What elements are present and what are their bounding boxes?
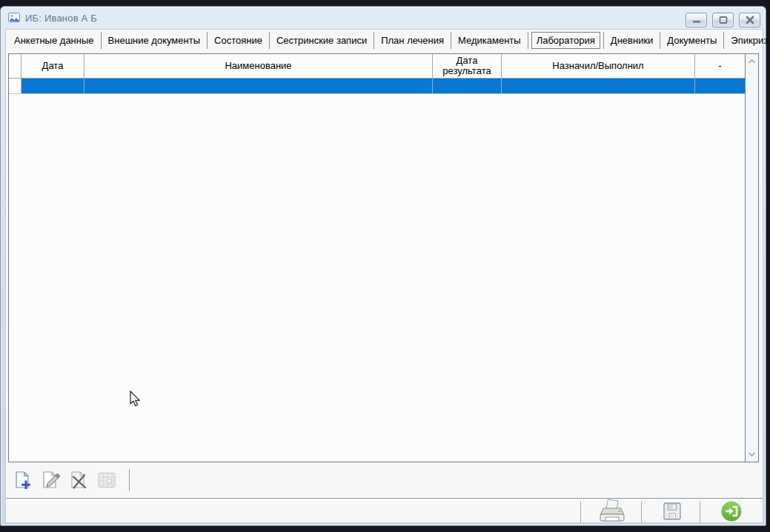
maximize-button[interactable] (712, 13, 734, 27)
header-misc[interactable]: - (695, 54, 745, 79)
header-result-date[interactable]: Дата результата (433, 54, 502, 79)
save-button[interactable] (661, 500, 683, 522)
header-date[interactable]: Дата (21, 54, 84, 79)
lab-results-table: Дата Наименование Дата результата Назнач… (8, 53, 759, 462)
tab-epikriz[interactable]: Эпикриз (724, 31, 770, 50)
add-record-button[interactable] (12, 470, 33, 491)
scroll-up-button[interactable] (746, 56, 757, 67)
exit-button[interactable] (720, 500, 743, 522)
bottom-action-bar (6, 499, 763, 522)
delete-record-button[interactable] (68, 470, 89, 491)
scroll-down-button[interactable] (746, 449, 757, 459)
grid-view-icon (96, 470, 117, 491)
action-divider (700, 502, 700, 522)
add-record-icon (12, 470, 33, 491)
save-icon (662, 501, 683, 522)
window-controls (686, 13, 760, 27)
tab-dnevniki[interactable]: Дневники (604, 31, 660, 50)
table-header: Дата Наименование Дата результата Назнач… (9, 54, 745, 79)
content-area: Анкетные данные Внешние документы Состоя… (5, 29, 763, 523)
header-row-selector[interactable] (9, 54, 21, 79)
header-assigned-performed[interactable]: Назначил/Выполнил (502, 54, 695, 79)
titlebar[interactable]: ИБ: Иванов А Б (1, 7, 766, 29)
bottom-divider-line (6, 498, 763, 499)
print-button[interactable] (596, 499, 628, 522)
cell-date[interactable] (21, 79, 84, 94)
mouse-cursor (127, 390, 142, 408)
chevron-up-icon (747, 59, 757, 64)
toolbar-divider (129, 469, 130, 491)
minimize-button[interactable] (686, 13, 707, 27)
cell-name[interactable] (84, 79, 433, 94)
grid-view-button[interactable] (96, 470, 117, 491)
tab-plan-lecheniya[interactable]: План лечения (374, 31, 451, 50)
tab-medikamenty[interactable]: Медикаменты (451, 31, 528, 50)
tab-divider (528, 32, 528, 49)
patient-record-icon (8, 12, 21, 24)
tab-anketnye-dannye[interactable]: Анкетные данные (7, 31, 101, 50)
tab-bar: Анкетные данные Внешние документы Состоя… (6, 30, 763, 50)
close-icon (745, 16, 755, 24)
window-title: ИБ: Иванов А Б (25, 13, 97, 24)
cell-assigned-performed[interactable] (502, 79, 695, 94)
tab-sestrinskie-zapisi[interactable]: Сестринские записи (270, 31, 374, 50)
record-toolbar (12, 468, 130, 492)
tab-dokumenty[interactable]: Документы (660, 31, 723, 50)
app-window: ИБ: Иванов А Б Анкетные данные Внешние д… (0, 6, 766, 526)
print-icon (597, 499, 628, 524)
action-divider (580, 502, 581, 522)
close-button[interactable] (739, 13, 760, 27)
header-name[interactable]: Наименование (84, 54, 433, 79)
maximize-icon (718, 16, 728, 24)
tab-vneshnie-dokumenty[interactable]: Внешние документы (102, 31, 207, 50)
row-selector-cell[interactable] (9, 79, 21, 94)
delete-record-icon (68, 470, 89, 491)
tab-sostoyanie[interactable]: Состояние (208, 31, 269, 50)
cell-misc[interactable] (695, 79, 745, 94)
tab-laboratoriya[interactable]: Лаборатория (531, 32, 600, 49)
chevron-down-icon (747, 451, 757, 457)
edit-record-button[interactable] (40, 470, 61, 491)
action-divider (641, 502, 642, 522)
edit-record-icon (40, 470, 61, 491)
cell-result-date[interactable] (433, 79, 502, 94)
minimize-icon (691, 16, 702, 24)
vertical-scrollbar[interactable] (745, 54, 758, 462)
table-row[interactable] (9, 79, 745, 94)
exit-icon (720, 500, 743, 522)
